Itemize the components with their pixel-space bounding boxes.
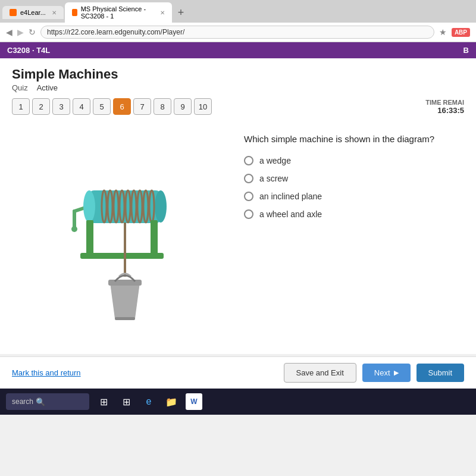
radio-screw[interactable] (244, 174, 253, 183)
q-num-7[interactable]: 7 (133, 98, 151, 115)
winch-diagram (57, 134, 187, 336)
option-inclined-plane[interactable]: an inclined plane (244, 192, 464, 201)
header-right: B (464, 46, 469, 55)
question-text: Which simple machine is shown in the dia… (244, 134, 464, 144)
bookmark-icon[interactable]: ★ (439, 27, 447, 37)
tab-icon-2 (72, 9, 77, 16)
app-header: C3208 · T4L B (0, 42, 476, 58)
mark-return-link[interactable]: Mark this and return (12, 368, 81, 377)
svg-rect-15 (86, 220, 93, 256)
close-icon[interactable]: ✕ (52, 10, 57, 16)
q-num-10[interactable]: 10 (194, 98, 212, 115)
question-numbers: 1 2 3 4 5 6 7 8 9 10 (12, 98, 212, 115)
svg-point-2 (71, 226, 77, 232)
taskbar-icon-grid[interactable]: ⊞ (118, 393, 134, 410)
taskbar: search 🔍 ⊞ ⊞ e 📁 W (0, 389, 476, 415)
svg-rect-16 (151, 220, 158, 256)
tab-label: e4Lear... (20, 9, 46, 16)
q-num-5[interactable]: 5 (93, 98, 111, 115)
tab-e4learn[interactable]: e4Lear... ✕ (2, 6, 64, 19)
radio-wedge[interactable] (244, 156, 253, 165)
taskbar-icon-word[interactable]: W (186, 393, 202, 410)
close-icon-2[interactable]: ✕ (160, 10, 165, 16)
timer-label: TIME REMAI (425, 99, 464, 106)
option-screw[interactable]: a screw (244, 174, 464, 183)
q-num-4[interactable]: 4 (73, 98, 90, 115)
taskbar-icon-edge[interactable]: e (140, 393, 157, 410)
option-wheel-axle[interactable]: a wheel and axle (244, 209, 464, 219)
tab-icon (10, 9, 17, 16)
quiz-body: Which simple machine is shown in the dia… (12, 122, 464, 348)
question-area: Which simple machine is shown in the dia… (244, 128, 464, 342)
forward-icon[interactable]: ▶ (17, 27, 24, 37)
next-button[interactable]: Next (362, 364, 411, 382)
content-area: Simple Machines Quiz Active 1 2 3 4 5 6 … (0, 58, 476, 354)
taskbar-icon-folder[interactable]: 📁 (163, 393, 180, 410)
q-num-3[interactable]: 3 (52, 98, 70, 115)
timer-value: 16:33:5 (425, 106, 464, 115)
course-label: C3208 · T4L (7, 46, 50, 55)
svg-rect-19 (108, 280, 142, 286)
q-num-8[interactable]: 8 (154, 98, 171, 115)
option-label-wedge: a wedge (259, 156, 291, 165)
save-exit-button[interactable]: Save and Exit (284, 363, 356, 383)
option-label-inclined-plane: an inclined plane (259, 192, 322, 201)
q-num-1[interactable]: 1 (12, 98, 30, 115)
new-tab-button[interactable]: + (173, 4, 189, 21)
taskbar-icon-windows[interactable]: ⊞ (95, 393, 112, 410)
q-num-9[interactable]: 9 (174, 98, 192, 115)
status-label: Active (37, 83, 58, 92)
tab-ms-physical-science[interactable]: MS Physical Science - SC3208 - 1 ✕ (65, 2, 172, 23)
radio-wheel-axle[interactable] (244, 209, 253, 219)
search-icon: 🔍 (36, 397, 45, 406)
svg-point-5 (155, 190, 167, 223)
search-label: search (12, 397, 33, 406)
radio-inclined-plane[interactable] (244, 192, 253, 201)
address-bar[interactable]: https://r22.core.learn.edgenuity.com/Pla… (40, 26, 434, 39)
option-label-wheel-axle: a wheel and axle (259, 209, 322, 219)
q-num-2[interactable]: 2 (32, 98, 50, 115)
taskbar-search[interactable]: search 🔍 (6, 393, 89, 410)
submit-button[interactable]: Submit (416, 364, 464, 382)
timer: TIME REMAI 16:33:5 (425, 99, 464, 115)
q-num-6[interactable]: 6 (113, 98, 131, 115)
quiz-label: Quiz (12, 83, 28, 92)
tab-label-2: MS Physical Science - SC3208 - 1 (81, 5, 154, 20)
page-title: Simple Machines (12, 67, 464, 82)
footer-buttons: Save and Exit Next Submit (284, 363, 464, 383)
refresh-icon[interactable]: ↻ (29, 27, 36, 37)
svg-rect-17 (80, 253, 164, 259)
svg-point-4 (83, 190, 95, 223)
page-subtitle: Quiz Active (12, 83, 464, 92)
option-label-screw: a screw (259, 174, 288, 183)
back-icon[interactable]: ◀ (6, 27, 12, 37)
option-wedge[interactable]: a wedge (244, 156, 464, 165)
question-nav: 1 2 3 4 5 6 7 8 9 10 TIME REMAI 16:33:5 (12, 98, 464, 115)
diagram-area (12, 128, 232, 342)
svg-rect-20 (115, 317, 135, 320)
quiz-footer: Mark this and return Save and Exit Next … (0, 356, 476, 389)
abp-badge[interactable]: ABP (452, 28, 470, 37)
